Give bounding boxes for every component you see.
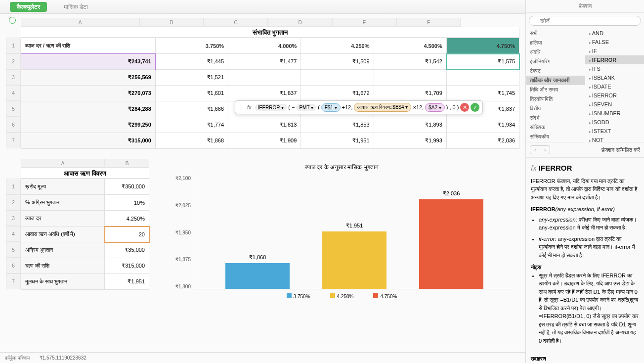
insert-function-button[interactable]: फ़ंक्शन सम्मिलित करें <box>601 147 640 153</box>
cell[interactable]: ₹1,575 <box>446 54 519 70</box>
cell[interactable] <box>301 70 374 86</box>
category-item[interactable]: हालिया <box>526 38 585 47</box>
cell[interactable]: ख़रीद मूल्य <box>21 179 105 195</box>
cell[interactable]: ₹1,509 <box>301 54 374 70</box>
cell[interactable]: ₹1,893 <box>374 117 446 133</box>
cell[interactable]: 10% <box>105 195 149 211</box>
category-item[interactable]: तिथि और समय <box>526 85 585 94</box>
cell[interactable]: ₹1,909 <box>228 133 301 149</box>
cell[interactable]: ब्याज दर <box>21 211 105 227</box>
cell[interactable]: ₹1,951 <box>105 274 149 290</box>
category-item[interactable]: टेक्स्ट <box>526 66 585 76</box>
cell[interactable]: ₹1,774 <box>155 117 228 133</box>
function-item[interactable]: IFS <box>585 64 644 73</box>
category-item[interactable]: संदर्भ <box>526 113 585 123</box>
col-header[interactable]: A <box>21 18 139 27</box>
token-ref-a2[interactable]: $A2 ▾ <box>425 103 445 112</box>
cell[interactable]: ₹350,000 <box>105 179 149 195</box>
tab-calculator[interactable]: कैल्क्यूलेटर <box>10 2 47 12</box>
cell[interactable]: ₹243,741 <box>21 54 156 70</box>
col-header[interactable]: D <box>268 18 332 27</box>
cell[interactable]: मूलधन के साथ भुगतान <box>21 274 105 290</box>
function-item[interactable]: ISERROR <box>585 91 644 100</box>
function-item[interactable]: ISBLANK <box>585 73 644 82</box>
cell[interactable]: ₹2,036 <box>446 133 519 149</box>
function-item[interactable]: IF <box>585 46 644 55</box>
help-nav[interactable]: ‹› <box>530 145 550 154</box>
cell[interactable]: ₹1,745 <box>446 86 519 101</box>
function-item[interactable]: AND <box>585 29 644 38</box>
token-ref-f1[interactable]: F$1 ▾ <box>321 103 341 112</box>
cell[interactable]: ₹256,569 <box>21 70 156 86</box>
cell[interactable]: ₹1,542 <box>374 54 446 70</box>
cell[interactable]: ₹1,637 <box>228 86 301 101</box>
cell[interactable] <box>374 70 446 86</box>
formula-cancel-button[interactable]: ✕ <box>460 103 469 112</box>
token-pmt[interactable]: PMT ▾ <box>296 104 316 111</box>
cell[interactable]: आवास ऋण अवधि (वर्षों में) <box>21 227 105 242</box>
cell[interactable]: ₹270,073 <box>21 86 156 101</box>
category-item[interactable]: अवधि <box>526 47 585 57</box>
function-item[interactable]: NOT <box>585 136 644 142</box>
chart-bar[interactable]: ₹1,951 <box>322 231 386 289</box>
category-item[interactable]: वित्तीय <box>526 104 585 113</box>
cell[interactable]: ₹1,993 <box>374 133 446 149</box>
table-handle[interactable] <box>9 17 16 24</box>
header-cell[interactable]: 4.500% <box>374 38 446 54</box>
function-item[interactable]: ISODD <box>585 118 644 127</box>
cell[interactable] <box>228 70 301 86</box>
bar-chart[interactable]: ब्याज दर के अनुसार मासिक भुगतान ₹2,100₹2… <box>164 159 519 304</box>
cell[interactable]: ₹1,686 <box>155 101 228 117</box>
spreadsheet-canvas[interactable]: ABCDEF संभावित भुगतान 1234567 ब्याज दर /… <box>0 14 525 352</box>
function-item[interactable]: ISTEXT <box>585 127 644 136</box>
cell[interactable]: ₹1,601 <box>155 86 228 101</box>
tab-monthly[interactable]: मासिक डेटा <box>57 2 95 12</box>
cell[interactable] <box>446 70 519 86</box>
category-item[interactable]: तार्किक और जानकारी <box>526 76 585 85</box>
chart-bar[interactable]: ₹2,036 <box>419 199 483 289</box>
category-item[interactable]: सभी <box>526 29 585 38</box>
cell[interactable]: ₹1,672 <box>301 86 374 101</box>
token-ref-b4[interactable]: आवास ऋण विवरण::$B$4 ▾ <box>354 103 411 112</box>
cell[interactable]: ऋण की राशि <box>21 258 105 274</box>
cell[interactable]: ₹1,813 <box>228 117 301 133</box>
function-item[interactable]: IFERROR <box>585 55 644 64</box>
token-iferror[interactable]: IFERROR ▾ <box>255 104 287 111</box>
chart-bar[interactable]: ₹1,868 <box>225 263 290 289</box>
grip-icon[interactable]: ⋮ <box>238 104 244 111</box>
category-item[interactable]: त्रिकोणमिति <box>526 94 585 104</box>
header-cell[interactable]: 4.000% <box>228 38 301 54</box>
cell[interactable]: ₹1,445 <box>155 54 228 70</box>
category-item[interactable]: सांख्यिक <box>526 123 585 132</box>
cell[interactable]: ₹1,521 <box>155 70 228 86</box>
nav-fwd-icon[interactable]: › <box>540 146 550 154</box>
header-cell[interactable]: 3.750% <box>155 38 228 54</box>
category-item[interactable]: सांख्यिकीय <box>526 132 585 141</box>
cell[interactable]: अग्रिम भुगतान <box>21 242 105 258</box>
cell[interactable]: ₹1,709 <box>374 86 446 101</box>
function-item[interactable]: ISNUMBER <box>585 109 644 118</box>
header-cell[interactable]: 4.750% <box>446 38 519 54</box>
function-search-input[interactable] <box>529 16 641 26</box>
cell[interactable]: 20 <box>105 227 149 242</box>
cell[interactable]: ₹284,288 <box>21 101 156 117</box>
cell[interactable]: ₹1,853 <box>301 117 374 133</box>
nav-back-icon[interactable]: ‹ <box>530 146 540 154</box>
cell[interactable]: ₹1,868 <box>155 133 228 149</box>
cell[interactable]: ₹1,951 <box>301 133 374 149</box>
function-item[interactable]: FALSE <box>585 38 644 46</box>
col-header[interactable]: C <box>204 18 268 27</box>
formula-editor[interactable]: ⋮ fx IFERROR ▾ ( − PMT ▾ ( F$1 ▾ ÷12, आव… <box>235 100 483 114</box>
cell[interactable]: ₹35,000 <box>105 242 149 258</box>
col-header[interactable]: E <box>332 18 396 27</box>
cell[interactable]: ₹315,000 <box>105 258 149 274</box>
cell[interactable]: ₹315,000 <box>21 133 156 149</box>
cell[interactable]: ₹1,934 <box>446 117 519 133</box>
formula-accept-button[interactable]: ✓ <box>471 103 479 112</box>
col-header[interactable]: F <box>396 18 461 27</box>
cell[interactable]: ₹299,250 <box>21 117 156 133</box>
col-header[interactable]: B <box>139 18 204 27</box>
header-cell[interactable]: 4.250% <box>301 38 374 54</box>
header-cell[interactable]: ब्याज दर / ऋण की राशि <box>21 38 156 54</box>
cell[interactable]: % अग्रिम भुगतान <box>21 195 105 211</box>
